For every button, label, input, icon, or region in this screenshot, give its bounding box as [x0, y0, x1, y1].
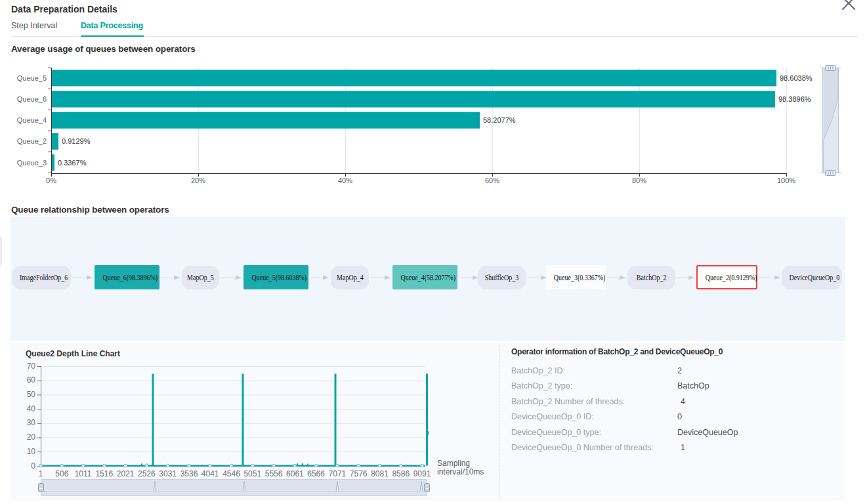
svg-text:2526: 2526 — [138, 469, 156, 478]
svg-text:60: 60 — [27, 375, 36, 385]
svg-text:1011: 1011 — [75, 469, 92, 478]
svg-text:506: 506 — [55, 469, 68, 478]
svg-text:6061: 6061 — [286, 469, 304, 478]
svg-text:Queue_5: Queue_5 — [17, 74, 47, 82]
svg-text:70: 70 — [27, 362, 36, 371]
svg-text:Queue_6: Queue_6 — [17, 95, 47, 103]
svg-text:3031: 3031 — [159, 469, 177, 478]
svg-text:4041: 4041 — [201, 469, 219, 478]
svg-text:80%: 80% — [632, 177, 646, 184]
svg-text:5556: 5556 — [265, 469, 283, 478]
svg-text:Queue_3: Queue_3 — [17, 159, 47, 167]
svg-text:0: 0 — [31, 461, 35, 471]
svg-text:0%: 0% — [46, 177, 56, 184]
svg-text:7071: 7071 — [329, 469, 347, 478]
svg-text:0.3367%: 0.3367% — [58, 159, 87, 167]
svg-text:Queue_4: Queue_4 — [17, 116, 47, 124]
svg-text:58.2077%: 58.2077% — [483, 116, 516, 124]
svg-text:20: 20 — [27, 432, 36, 442]
svg-text:interval/10ms: interval/10ms — [437, 467, 484, 476]
svg-text:4546: 4546 — [222, 469, 240, 478]
svg-text:60%: 60% — [485, 177, 499, 184]
svg-text:2021: 2021 — [117, 469, 135, 478]
svg-text:20%: 20% — [191, 177, 205, 184]
svg-text:9091: 9091 — [413, 469, 431, 478]
svg-text:98.6038%: 98.6038% — [780, 74, 813, 82]
svg-text:7576: 7576 — [350, 469, 368, 478]
svg-text:98.3896%: 98.3896% — [778, 95, 811, 103]
svg-text:Queue_2: Queue_2 — [17, 137, 47, 145]
svg-text:6566: 6566 — [307, 469, 325, 478]
svg-text:100%: 100% — [777, 177, 795, 184]
svg-text:10: 10 — [27, 447, 36, 456]
svg-text:8081: 8081 — [371, 469, 389, 478]
svg-text:1: 1 — [39, 469, 43, 478]
svg-text:5051: 5051 — [243, 469, 261, 478]
svg-text:40%: 40% — [338, 177, 352, 184]
svg-text:0.9129%: 0.9129% — [62, 137, 91, 145]
svg-text:8586: 8586 — [392, 469, 410, 478]
svg-text:Sampling: Sampling — [437, 459, 470, 468]
svg-text:40: 40 — [27, 404, 36, 413]
svg-text:30: 30 — [27, 418, 36, 427]
svg-text:1516: 1516 — [95, 469, 113, 478]
svg-text:50: 50 — [27, 390, 36, 399]
svg-text:3536: 3536 — [180, 469, 198, 478]
